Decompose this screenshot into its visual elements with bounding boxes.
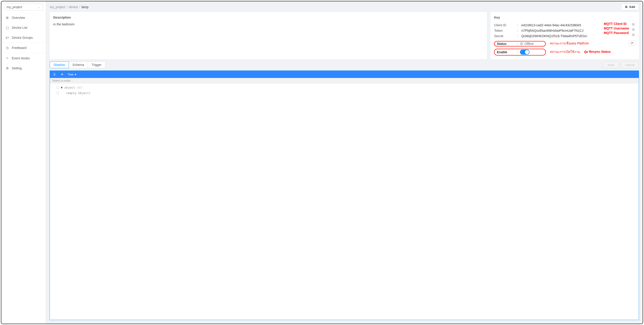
cancel-button-label: Cancel: [626, 63, 635, 67]
colon: :: [517, 29, 520, 32]
key-title: Key: [494, 16, 636, 19]
sidebar: my_project ⌄ ⊞ Overview ▢ Device List 🏷 …: [1, 1, 46, 324]
tab-actions: Save Cancel: [603, 62, 639, 68]
sidebar-item-setting[interactable]: ⚙ Setting: [1, 63, 46, 73]
grid-icon: ⊞: [6, 16, 9, 19]
colon: :: [517, 42, 520, 45]
status-value: Offline: [520, 42, 534, 45]
tab-label: Trigger: [92, 63, 102, 67]
key-label: Client ID: [494, 23, 516, 27]
project-selector-label: my_project: [6, 5, 22, 9]
annotation-enable: สถานะการเปิดใช้งาน: [550, 49, 580, 54]
copy-icon[interactable]: ⧉: [631, 22, 636, 26]
breadcrumb-part[interactable]: my_project: [50, 5, 65, 9]
tab-schema[interactable]: Schema: [69, 61, 88, 68]
sidebar-item-event-hooks[interactable]: ⌗ Event Hooks: [1, 53, 46, 63]
key-panel: Key Client ID : e42c8613-cad2-44ee-94ac-…: [490, 12, 639, 59]
colon: :: [517, 50, 520, 54]
dashboard-icon: ◷: [6, 46, 9, 50]
breadcrumb-current: lamp: [82, 5, 88, 9]
enable-row: Enable : สถานะการเปิดใช้งาน ปุ่ม Resync …: [494, 48, 636, 55]
tree-view: ▼ object {0} (empty object): [50, 83, 639, 320]
json-editor: Tree ▾ Select a node... ▼ object {0} (em…: [50, 70, 639, 320]
key-value: QnWqD2WHKOKNQ1fS16-TWawfmP5TvEGU: [521, 34, 636, 38]
gear-icon: ⚙: [6, 66, 9, 70]
tree-action-icon[interactable]: [57, 86, 59, 89]
cancel-button[interactable]: Cancel: [621, 62, 639, 68]
sidebar-item-label: Setting: [12, 66, 22, 70]
save-button-label: Save: [608, 63, 614, 67]
tag-icon: 🏷: [6, 36, 9, 39]
status-highlight: Status : Offline: [494, 41, 546, 46]
tab-shadow[interactable]: Shadow: [50, 61, 69, 68]
enable-toggle[interactable]: [520, 50, 530, 55]
main: my_project / device / lamp ⚙ Edit Descri…: [46, 1, 643, 324]
breadcrumb-part[interactable]: device: [69, 5, 78, 9]
tree-empty-row: (empty object): [52, 90, 636, 96]
status-dot-icon: [520, 42, 523, 45]
gear-icon: ⚙: [625, 5, 628, 8]
annotation-mqtt-username: MQTT Username: [604, 26, 629, 30]
sidebar-item-device-list[interactable]: ▢ Device List: [1, 23, 46, 33]
tab-label: Shadow: [54, 63, 65, 67]
device-icon: ▢: [6, 26, 9, 29]
colon: :: [517, 34, 520, 38]
tab-label: Schema: [72, 63, 84, 67]
topbar: my_project / device / lamp ⚙ Edit: [46, 1, 643, 12]
tree-collapse-icon[interactable]: ▼: [61, 86, 62, 89]
annotation-resync: ปุ่ม Resync Status: [584, 49, 611, 54]
collapse-all-icon[interactable]: [60, 72, 64, 77]
expand-all-icon[interactable]: [52, 72, 57, 77]
copy-icon[interactable]: ⧉: [631, 33, 636, 37]
sidebar-item-overview[interactable]: ⊞ Overview: [1, 13, 46, 23]
terminal-icon: ⌗: [6, 56, 9, 60]
breadcrumb-separator: /: [79, 5, 80, 9]
caret-down-icon: ▾: [75, 73, 76, 76]
key-label: Token: [494, 29, 516, 32]
tree-type-label: object: [64, 86, 75, 89]
annotation-status: สถานะการเชื่อมต่อ Platfrom: [550, 41, 589, 46]
sidebar-item-label: Overview: [12, 16, 25, 19]
colon: :: [517, 23, 520, 27]
chevron-down-icon: ⌄: [38, 5, 40, 9]
key-label: Secret: [494, 34, 516, 38]
view-mode-dropdown[interactable]: Tree ▾: [68, 73, 76, 76]
tabs: Shadow Schema Trigger: [50, 61, 106, 68]
tree-root-row[interactable]: ▼ object {0}: [52, 85, 636, 90]
enable-label: Enable: [496, 50, 517, 54]
enable-highlight: Enable :: [494, 49, 546, 55]
tabs-row: Shadow Schema Trigger Save Cancel: [46, 61, 643, 68]
sidebar-nav: ⊞ Overview ▢ Device List 🏷 Device Groups…: [1, 13, 46, 73]
description-title: Description: [53, 16, 483, 19]
editor-toolbar: Tree ▾: [50, 71, 639, 78]
tree-action-icon[interactable]: [57, 92, 59, 94]
sidebar-item-freeboard[interactable]: ◷ Freeboard: [1, 43, 46, 53]
copy-icon[interactable]: ⧉: [631, 28, 636, 31]
save-button[interactable]: Save: [603, 62, 618, 68]
breadcrumb-separator: /: [66, 5, 67, 9]
sidebar-item-label: Event Hooks: [12, 56, 30, 60]
project-selector[interactable]: my_project ⌄: [4, 4, 43, 10]
node-selector[interactable]: Select a node...: [50, 78, 639, 83]
description-text: in the bedroom: [53, 22, 483, 26]
breadcrumb: my_project / device / lamp: [50, 5, 88, 9]
key-annotations: MQTT Client ID MQTT Username MQTT Passwo…: [604, 22, 629, 35]
annotation-mqtt-client-id: MQTT Client ID: [604, 22, 629, 26]
edit-button[interactable]: ⚙ Edit: [621, 4, 639, 10]
sidebar-item-device-groups[interactable]: 🏷 Device Groups: [1, 33, 46, 43]
view-mode-label: Tree: [68, 73, 74, 76]
annotation-mqtt-password: MQTT Password: [604, 31, 629, 35]
panels: Description in the bedroom Key Client ID…: [46, 12, 643, 61]
status-label: Status: [496, 42, 517, 45]
refresh-icon: [630, 42, 634, 45]
status-row: Status : Offline สถานะการเชื่อมต่อ Platf…: [494, 40, 636, 46]
sidebar-item-label: Device List: [12, 26, 27, 29]
tree-empty-text: (empty object): [66, 91, 91, 95]
resync-button[interactable]: [628, 40, 636, 46]
sidebar-item-label: Freeboard: [12, 46, 26, 50]
description-panel: Description in the bedroom: [50, 12, 487, 59]
tab-trigger[interactable]: Trigger: [88, 61, 106, 68]
status-text: Offline: [524, 42, 534, 45]
tree-meta: {0}: [77, 86, 82, 89]
app-frame: my_project ⌄ ⊞ Overview ▢ Device List 🏷 …: [1, 1, 643, 324]
